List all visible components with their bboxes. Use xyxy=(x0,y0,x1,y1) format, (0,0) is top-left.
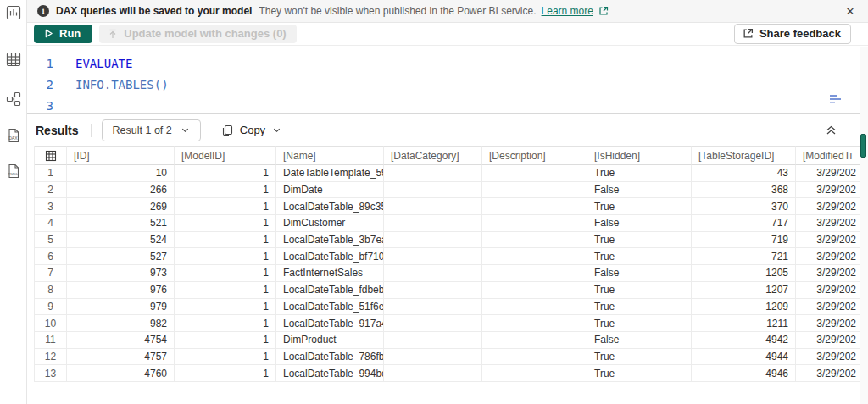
cell[interactable]: 3/29/202 xyxy=(796,265,860,282)
cell[interactable]: LocalDateTable_3b7ea4... xyxy=(276,232,384,249)
cell[interactable]: 1 xyxy=(175,182,276,199)
cell[interactable]: 1 xyxy=(175,332,276,349)
code-line[interactable]: 1EVALUATE xyxy=(27,53,868,75)
learn-more-link[interactable]: Learn more xyxy=(542,5,593,17)
cell[interactable]: 1 xyxy=(175,165,276,182)
cell[interactable]: 1 xyxy=(175,315,276,332)
cell[interactable]: 3/29/202 xyxy=(796,232,860,249)
column-header[interactable]: [ID] xyxy=(67,146,175,165)
row-number[interactable]: 4 xyxy=(35,215,67,232)
cell[interactable]: LocalDateTable_fdbeb3... xyxy=(276,282,384,299)
cell[interactable]: True xyxy=(587,365,692,382)
cell[interactable]: 1 xyxy=(175,365,276,382)
cell[interactable]: 1 xyxy=(175,299,276,316)
cell[interactable]: 717 xyxy=(692,215,796,232)
cell[interactable] xyxy=(384,315,482,332)
model-view-icon[interactable] xyxy=(6,91,21,107)
cell[interactable] xyxy=(384,365,482,382)
cell[interactable] xyxy=(482,165,587,182)
cell[interactable]: LocalDateTable_994bc3... xyxy=(276,365,384,382)
cell[interactable]: 269 xyxy=(67,198,175,215)
cell[interactable]: DimDate xyxy=(276,182,384,199)
cell[interactable]: 3/29/202 xyxy=(796,248,860,265)
copy-button[interactable]: Copy xyxy=(216,120,287,140)
cell[interactable]: 3/29/202 xyxy=(796,198,860,215)
cell[interactable]: 3/29/202 xyxy=(796,365,860,382)
select-all-cell[interactable] xyxy=(35,146,67,165)
cell[interactable]: 3/29/202 xyxy=(796,349,860,366)
cell[interactable] xyxy=(384,332,482,349)
cell[interactable]: DateTableTemplate_596... xyxy=(276,165,384,182)
cell[interactable]: 1209 xyxy=(692,299,796,316)
cell[interactable]: 979 xyxy=(67,299,175,316)
cell[interactable] xyxy=(482,265,587,282)
cell[interactable]: 1 xyxy=(175,198,276,215)
cell[interactable] xyxy=(482,282,587,299)
row-number[interactable]: 13 xyxy=(35,365,67,382)
cell[interactable]: False xyxy=(587,265,692,282)
run-button[interactable]: Run xyxy=(34,25,92,43)
cell[interactable]: 370 xyxy=(692,198,796,215)
report-view-icon[interactable] xyxy=(6,5,21,20)
row-number[interactable]: 3 xyxy=(35,198,67,215)
cell[interactable] xyxy=(384,165,482,182)
row-number[interactable]: 2 xyxy=(35,182,67,199)
cell[interactable]: True xyxy=(587,232,692,249)
update-model-button[interactable]: Update model with changes (0) xyxy=(99,25,296,43)
dax-code-editor[interactable]: 1EVALUATE2INFO.TABLES()3 xyxy=(27,46,868,113)
cell[interactable] xyxy=(482,299,587,316)
cell[interactable]: 368 xyxy=(692,182,796,199)
row-number[interactable]: 7 xyxy=(35,265,67,282)
cell[interactable]: 1207 xyxy=(692,282,796,299)
cell[interactable]: 3/29/202 xyxy=(796,182,860,199)
cell[interactable] xyxy=(482,365,587,382)
cell[interactable] xyxy=(482,315,587,332)
cell[interactable] xyxy=(384,265,482,282)
cell[interactable]: False xyxy=(587,332,692,349)
result-selector-dropdown[interactable]: Result 1 of 2 xyxy=(102,119,201,141)
cell[interactable]: 973 xyxy=(67,265,175,282)
cell[interactable]: 1 xyxy=(175,215,276,232)
cell[interactable]: LocalDateTable_51f6e9f... xyxy=(276,299,384,316)
cell[interactable]: LocalDateTable_917a49... xyxy=(276,315,384,332)
cell[interactable]: True xyxy=(587,165,692,182)
cell[interactable] xyxy=(384,248,482,265)
column-header[interactable]: [ModelID] xyxy=(175,146,276,165)
row-number[interactable]: 5 xyxy=(35,232,67,249)
row-number[interactable]: 11 xyxy=(35,332,67,349)
page-scrollbar-rail[interactable] xyxy=(860,47,868,404)
cell[interactable]: LocalDateTable_89c35d... xyxy=(276,198,384,215)
cell[interactable]: 4754 xyxy=(67,332,175,349)
cell[interactable]: 1 xyxy=(175,232,276,249)
cell[interactable] xyxy=(384,182,482,199)
cell[interactable]: 524 xyxy=(67,232,175,249)
cell[interactable]: 3/29/202 xyxy=(796,282,860,299)
column-header[interactable]: [IsHidden] xyxy=(587,146,692,165)
cell[interactable] xyxy=(482,182,587,199)
row-number[interactable]: 9 xyxy=(35,299,67,316)
cell[interactable]: 43 xyxy=(692,165,796,182)
cell[interactable]: 4944 xyxy=(692,349,796,366)
dax-query-view-icon[interactable]: DAX xyxy=(6,128,21,143)
cell[interactable]: 1205 xyxy=(692,265,796,282)
column-header[interactable]: [DataCategory] xyxy=(384,146,482,165)
code-line[interactable]: 2INFO.TABLES() xyxy=(27,75,868,96)
cell[interactable]: 4946 xyxy=(692,365,796,382)
column-header[interactable]: [ModifiedTi xyxy=(796,146,860,165)
cell[interactable]: DimCustomer xyxy=(276,215,384,232)
cell[interactable]: 719 xyxy=(692,232,796,249)
cell[interactable]: 3/29/202 xyxy=(796,215,860,232)
cell[interactable]: 10 xyxy=(67,165,175,182)
cell[interactable] xyxy=(384,349,482,366)
cell[interactable]: False xyxy=(587,215,692,232)
cell[interactable]: 1 xyxy=(175,349,276,366)
collapse-results-icon[interactable] xyxy=(822,122,839,139)
cell[interactable] xyxy=(482,215,587,232)
cell[interactable] xyxy=(482,198,587,215)
column-header[interactable]: [TableStorageID] xyxy=(692,146,796,165)
cell[interactable] xyxy=(482,232,587,249)
cell[interactable]: LocalDateTable_bf71062... xyxy=(276,248,384,265)
cell[interactable]: 721 xyxy=(692,248,796,265)
cell[interactable]: 3/29/202 xyxy=(796,315,860,332)
table-view-icon[interactable] xyxy=(6,52,21,67)
